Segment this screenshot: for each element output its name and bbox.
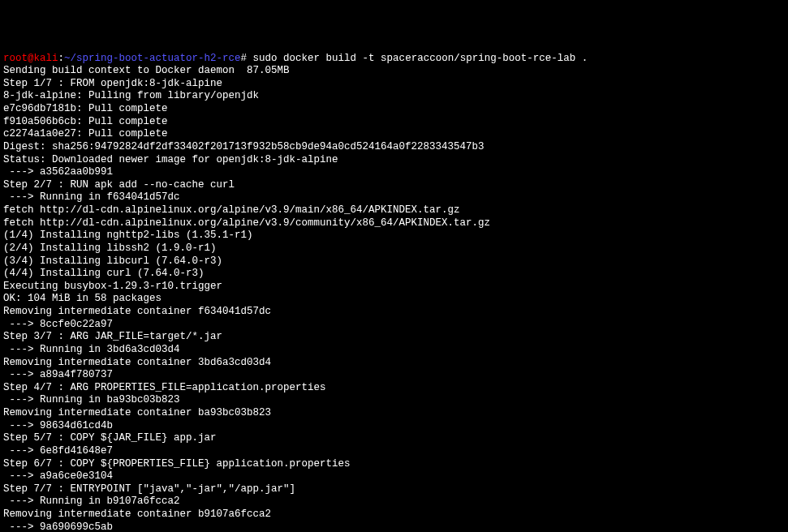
output-line: ---> Running in b9107a6fcca2 <box>3 496 785 508</box>
output-line: (4/4) Installing curl (7.64.0-r3) <box>3 268 785 281</box>
output-line: ---> a89a4f780737 <box>3 369 785 382</box>
output-line: fetch http://dl-cdn.alpinelinux.org/alpi… <box>3 204 785 217</box>
output-line: Removing intermediate container 3bd6a3cd… <box>3 357 785 370</box>
user-host: root@kali <box>3 53 58 64</box>
output-line: 8-jdk-alpine: Pulling from library/openj… <box>3 90 785 103</box>
command-text: sudo docker build -t spaceraccoon/spring… <box>247 53 588 64</box>
output-line: ---> a9a6ce0e3104 <box>3 470 785 483</box>
output-line: ---> 6e8fd41648e7 <box>3 445 785 458</box>
output-line: (1/4) Installing nghttp2-libs (1.35.1-r1… <box>3 230 785 242</box>
output-line: Step 5/7 : COPY ${JAR_FILE} app.jar <box>3 432 785 445</box>
output-line: ---> 8ccfe0c22a97 <box>3 319 785 332</box>
output-line: ---> 9a690699c5ab <box>3 521 785 532</box>
output-line: Step 2/7 : RUN apk add --no-cache curl <box>3 179 785 192</box>
output-line: Removing intermediate container ba93bc03… <box>3 407 785 420</box>
output-line: Step 1/7 : FROM openjdk:8-jdk-alpine <box>3 78 785 91</box>
output-line: ---> a3562aa0b991 <box>3 166 785 179</box>
output-line: f910a506b6cb: Pull complete <box>3 116 785 129</box>
prompt-line-1: root@kali:~/spring-boot-actuator-h2-rce#… <box>3 53 785 66</box>
output-line: Step 6/7 : COPY ${PROPERTIES_FILE} appli… <box>3 458 785 471</box>
output-line: ---> 98634d61cd4b <box>3 420 785 433</box>
output-line: Step 3/7 : ARG JAR_FILE=target/*.jar <box>3 331 785 344</box>
output-line: Status: Downloaded newer image for openj… <box>3 154 785 167</box>
output-line: Removing intermediate container f634041d… <box>3 306 785 319</box>
output-line: (2/4) Installing libssh2 (1.9.0-r1) <box>3 242 785 255</box>
output-line: fetch http://dl-cdn.alpinelinux.org/alpi… <box>3 217 785 230</box>
output-line: e7c96db7181b: Pull complete <box>3 103 785 116</box>
output-line: Sending build context to Docker daemon 8… <box>3 65 785 78</box>
output-line: c2274a1a0e27: Pull complete <box>3 128 785 141</box>
output-line: ---> Running in f634041d57dc <box>3 191 785 204</box>
path: ~/spring-boot-actuator-h2-rce <box>64 53 241 64</box>
output-line: Removing intermediate container b9107a6f… <box>3 508 785 521</box>
output-line: Step 7/7 : ENTRYPOINT ["java","-jar","/a… <box>3 483 785 496</box>
output-line: OK: 104 MiB in 58 packages <box>3 293 785 306</box>
output-line: ---> Running in 3bd6a3cd03d4 <box>3 344 785 357</box>
output-line: ---> Running in ba93bc03b823 <box>3 394 785 407</box>
terminal-output[interactable]: root@kali:~/spring-boot-actuator-h2-rce#… <box>3 53 785 533</box>
output-line: Digest: sha256:94792824df2df33402f201713… <box>3 141 785 154</box>
output-line: Step 4/7 : ARG PROPERTIES_FILE=applicati… <box>3 382 785 395</box>
output-line: (3/4) Installing libcurl (7.64.0-r3) <box>3 255 785 268</box>
output-line: Executing busybox-1.29.3-r10.trigger <box>3 281 785 294</box>
